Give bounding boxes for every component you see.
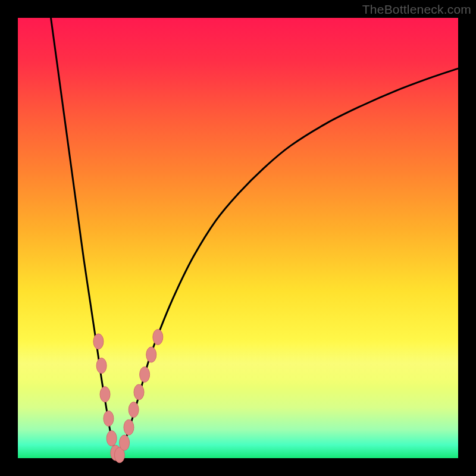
marker-point [100, 387, 110, 402]
plot-area [18, 18, 458, 458]
curve-right-branch [117, 68, 458, 458]
chart-frame: TheBottleneck.com [0, 0, 476, 476]
marker-point [107, 431, 117, 446]
marker-point [96, 358, 107, 374]
marker-point [134, 384, 144, 400]
marker-point [129, 402, 139, 418]
marker-point [146, 347, 156, 362]
marker-point [120, 435, 130, 450]
watermark-label: TheBottleneck.com [362, 2, 471, 17]
marker-point [140, 367, 150, 382]
marker-point [153, 330, 163, 345]
marker-point [93, 334, 104, 349]
marker-point [104, 411, 114, 426]
marker-point [124, 419, 134, 435]
marker-group [93, 330, 163, 463]
chart-overlay [18, 18, 458, 458]
